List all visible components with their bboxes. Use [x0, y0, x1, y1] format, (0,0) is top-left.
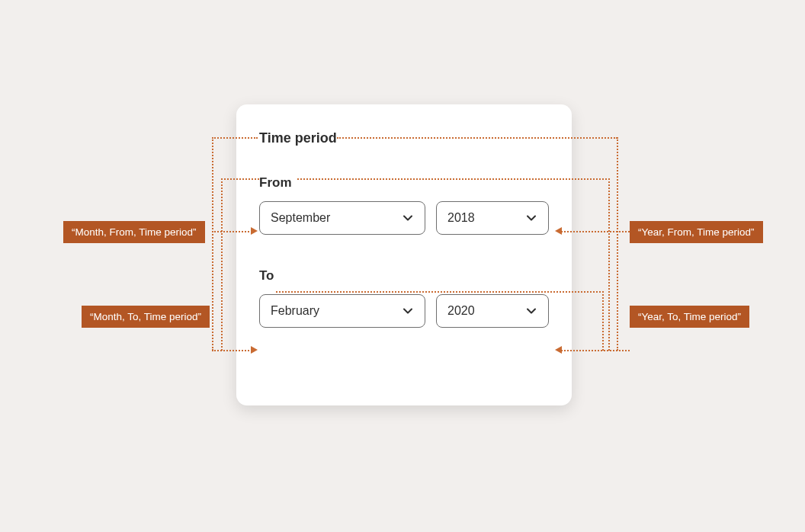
annotation-month-to: “Month, To, Time period”	[82, 306, 210, 328]
dotted-connector	[221, 178, 223, 351]
chevron-down-icon	[402, 305, 414, 317]
from-month-value: September	[271, 211, 330, 225]
chevron-down-icon	[402, 212, 414, 224]
arrow-left-icon	[555, 346, 562, 354]
dotted-connector	[561, 231, 630, 232]
time-period-card: Time period From September 2018 To Febru…	[236, 104, 572, 405]
to-year-select[interactable]: 2020	[436, 294, 549, 328]
dotted-connector	[608, 178, 610, 351]
dotted-connector	[602, 291, 604, 351]
to-group: To February 2020	[259, 268, 549, 328]
dotted-connector	[212, 137, 213, 351]
dotted-connector	[212, 350, 252, 351]
dotted-connector	[276, 291, 604, 293]
dotted-connector	[297, 178, 610, 180]
from-group: From September 2018	[259, 175, 549, 235]
dotted-connector	[221, 178, 259, 180]
chevron-down-icon	[525, 212, 537, 224]
dotted-connector	[212, 231, 252, 232]
dotted-connector	[617, 137, 618, 351]
annotation-year-from: “Year, From, Time period”	[630, 221, 763, 243]
dotted-connector	[561, 350, 630, 351]
dotted-connector	[212, 137, 258, 139]
dotted-connector	[337, 137, 617, 139]
from-year-value: 2018	[447, 211, 475, 225]
to-label: To	[259, 268, 549, 284]
annotation-year-to: “Year, To, Time period”	[630, 306, 749, 328]
to-month-select[interactable]: February	[259, 294, 425, 328]
from-month-select[interactable]: September	[259, 201, 425, 235]
arrow-right-icon	[251, 346, 258, 354]
to-selects-row: February 2020	[259, 294, 549, 328]
from-selects-row: September 2018	[259, 201, 549, 235]
to-year-value: 2020	[447, 304, 475, 318]
arrow-left-icon	[555, 227, 562, 235]
to-month-value: February	[271, 304, 319, 318]
arrow-right-icon	[251, 227, 258, 235]
chevron-down-icon	[525, 305, 537, 317]
from-label: From	[259, 175, 549, 191]
from-year-select[interactable]: 2018	[436, 201, 549, 235]
annotation-month-from: “Month, From, Time period”	[63, 221, 205, 243]
